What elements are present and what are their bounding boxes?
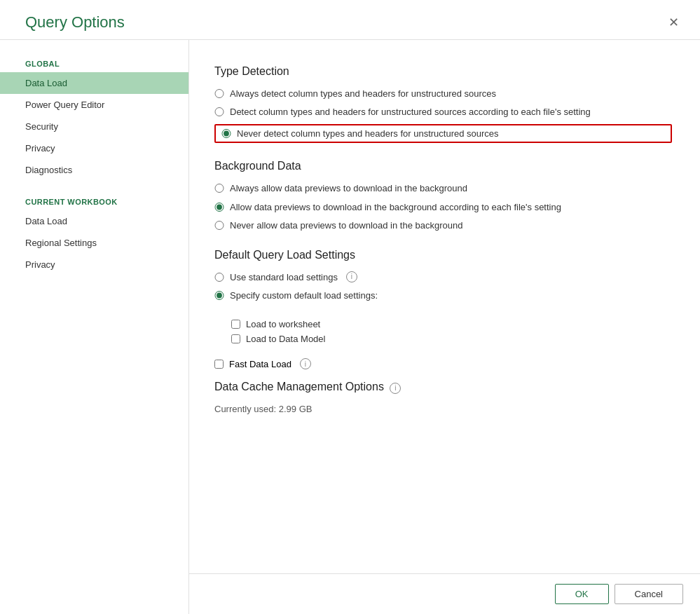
sidebar-item-power-query-editor[interactable]: Power Query Editor: [0, 94, 188, 116]
background-data-radio-group: Always allow data previews to download i…: [214, 182, 672, 232]
default-query-label-2[interactable]: Specify custom default load settings:: [230, 289, 378, 302]
load-to-data-model-option: Load to Data Model: [231, 334, 672, 344]
background-data-label-2[interactable]: Allow data previews to download in the b…: [230, 201, 561, 214]
background-data-radio-2[interactable]: [214, 203, 224, 212]
background-data-radio-1[interactable]: [214, 184, 224, 193]
sidebar-item-wb-privacy[interactable]: Privacy: [0, 254, 188, 275]
workbook-section-label: CURRENT WORKBOOK: [0, 189, 188, 210]
cache-title: Data Cache Management Options i: [214, 381, 672, 394]
dialog-title: Query Options: [25, 13, 125, 32]
type-detection-radio-3[interactable]: [221, 129, 231, 138]
query-options-dialog: Query Options ✕ GLOBAL Data Load Power Q…: [0, 0, 700, 614]
default-query-label-1[interactable]: Use standard load settings: [230, 271, 338, 284]
type-detection-section: Type Detection Always detect column type…: [214, 65, 672, 143]
default-query-option-2: Specify custom default load settings:: [214, 289, 672, 302]
default-query-title: Default Query Load Settings: [214, 249, 672, 261]
type-detection-option-3-highlighted: Never detect column types and headers fo…: [214, 124, 672, 143]
type-detection-option-2: Detect column types and headers for unst…: [214, 106, 672, 118]
type-detection-radio-1[interactable]: [214, 89, 224, 98]
sidebar-item-data-load[interactable]: Data Load: [0, 72, 188, 94]
close-button[interactable]: ✕: [664, 13, 683, 32]
default-query-radio-1[interactable]: [214, 273, 224, 282]
cache-section: Data Cache Management Options i Currentl…: [214, 381, 672, 414]
background-data-label-3[interactable]: Never allow data previews to download in…: [230, 219, 462, 232]
cache-info-icon[interactable]: i: [390, 383, 401, 394]
default-query-radio-group: Use standard load settings i Specify cus…: [214, 271, 672, 302]
sidebar-item-regional-settings[interactable]: Regional Settings: [0, 232, 188, 254]
content-scroll: Type Detection Always detect column type…: [189, 40, 700, 573]
default-query-section: Default Query Load Settings Use standard…: [214, 249, 672, 344]
load-to-worksheet-option: Load to worksheet: [231, 319, 672, 329]
cache-used-label: Currently used: 2.99 GB: [214, 404, 672, 414]
fast-data-load-label[interactable]: Fast Data Load: [229, 359, 291, 369]
dialog-footer: OK Cancel: [189, 573, 700, 614]
standard-load-info-icon[interactable]: i: [346, 271, 357, 282]
background-data-option-1: Always allow data previews to download i…: [214, 182, 672, 195]
default-query-radio-2[interactable]: [214, 291, 224, 300]
sidebar-item-security[interactable]: Security: [0, 116, 188, 137]
fast-data-load-info-icon[interactable]: i: [300, 358, 311, 369]
background-data-option-3: Never allow data previews to download in…: [214, 219, 672, 232]
type-detection-title: Type Detection: [214, 65, 672, 78]
load-to-data-model-checkbox[interactable]: [231, 334, 240, 343]
global-section-label: GLOBAL: [0, 51, 188, 72]
type-detection-label-1[interactable]: Always detect column types and headers f…: [230, 88, 496, 100]
background-data-title: Background Data: [214, 160, 672, 172]
background-data-section: Background Data Always allow data previe…: [214, 160, 672, 232]
type-detection-label-3[interactable]: Never detect column types and headers fo…: [237, 128, 499, 139]
custom-load-checkboxes: Load to worksheet Load to Data Model: [231, 319, 672, 344]
sidebar-item-wb-data-load[interactable]: Data Load: [0, 210, 188, 232]
background-data-radio-3[interactable]: [214, 221, 224, 230]
title-bar: Query Options ✕: [0, 0, 700, 39]
default-query-option-1: Use standard load settings i: [214, 271, 672, 284]
background-data-label-1[interactable]: Always allow data previews to download i…: [230, 182, 467, 195]
dialog-body: GLOBAL Data Load Power Query Editor Secu…: [0, 39, 700, 614]
sidebar-item-diagnostics[interactable]: Diagnostics: [0, 159, 188, 181]
sidebar: GLOBAL Data Load Power Query Editor Secu…: [0, 40, 189, 614]
type-detection-radio-group: Always detect column types and headers f…: [214, 88, 672, 143]
ok-button[interactable]: OK: [555, 584, 609, 604]
load-to-worksheet-label[interactable]: Load to worksheet: [246, 319, 320, 329]
content-area: Type Detection Always detect column type…: [189, 40, 700, 614]
type-detection-label-2[interactable]: Detect column types and headers for unst…: [230, 106, 591, 118]
load-to-worksheet-checkbox[interactable]: [231, 320, 240, 329]
load-to-data-model-label[interactable]: Load to Data Model: [246, 334, 325, 344]
background-data-option-2: Allow data previews to download in the b…: [214, 201, 672, 214]
fast-data-load-option: Fast Data Load i: [214, 358, 672, 369]
cancel-button[interactable]: Cancel: [615, 584, 683, 604]
type-detection-option-1: Always detect column types and headers f…: [214, 88, 672, 100]
type-detection-radio-2[interactable]: [214, 107, 224, 116]
fast-data-load-checkbox[interactable]: [214, 360, 224, 369]
sidebar-item-privacy[interactable]: Privacy: [0, 137, 188, 159]
